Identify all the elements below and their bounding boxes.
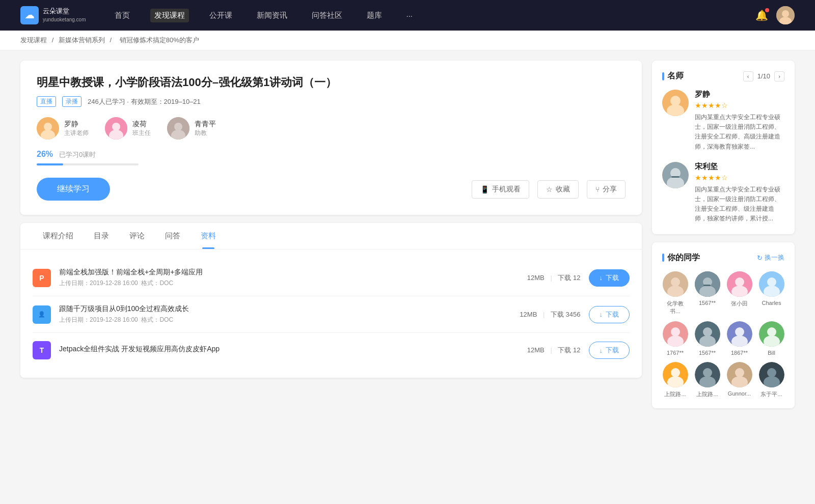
- svg-rect-18: [671, 176, 680, 178]
- progress-section: 26% 已学习0课时: [37, 150, 626, 165]
- download-button-1[interactable]: ↓ 下载: [589, 306, 630, 323]
- classmate-name-2: 张小田: [731, 300, 748, 307]
- mobile-watch-label: 手机观看: [492, 185, 521, 194]
- file-name-1: 跟随千万级项目从0到100全过程高效成长: [59, 304, 511, 314]
- logo[interactable]: ☁ 云朵课堂yunduoketang.com: [20, 6, 86, 24]
- nav-home[interactable]: 首页: [111, 9, 134, 22]
- refresh-button[interactable]: ↻ 换一换: [757, 253, 784, 262]
- page-info: 1/10: [757, 72, 770, 80]
- teacher-name-2: 青青平: [195, 120, 216, 129]
- classmate-1: 1567**: [694, 271, 720, 315]
- left-panel: 明星中教授课，小学阶段语法100分–强化级第1讲动词（一） 直播 录播 246人…: [20, 61, 642, 408]
- classmate-name-1: 1567**: [699, 300, 716, 306]
- collect-button[interactable]: ☆ 收藏: [537, 180, 579, 199]
- breadcrumb-discover[interactable]: 发现课程: [20, 36, 47, 44]
- teacher-name-1: 凌荷: [132, 120, 151, 129]
- nav-news[interactable]: 新闻资讯: [253, 9, 291, 22]
- tab-qa[interactable]: 问答: [155, 223, 191, 249]
- file-icon-1: 👤: [33, 305, 51, 324]
- nav-open[interactable]: 公开课: [205, 9, 236, 22]
- teacher-info-2: 青青平 助教: [195, 120, 216, 137]
- file-info-2: Jetpack全组件实战 开发短视频应用高仿皮皮虾App: [59, 345, 519, 356]
- sidebar-teacher-1: 宋利坚 ★★★★☆ 国内某重点大学安全工程专业硕士，国家一级注册消防工程师、注册…: [662, 162, 784, 224]
- page-prev-btn[interactable]: ‹: [743, 71, 753, 81]
- classmate-name-6: 1867**: [731, 350, 748, 356]
- download-button-0[interactable]: ↓ 下载: [589, 269, 630, 287]
- breadcrumb-current: 销冠修炼术搞定80%的客户: [120, 36, 199, 44]
- svg-point-33: [671, 327, 680, 337]
- file-meta-1: 上传日期：2019-12-28 16:00 格式：DOC: [59, 316, 511, 324]
- svg-rect-25: [703, 285, 711, 286]
- teacher-0: 罗静 主讲老师: [37, 117, 89, 139]
- continue-button[interactable]: 继续学习: [37, 178, 110, 201]
- share-button[interactable]: ⑂ 分享: [587, 180, 626, 199]
- classmate-name-5: 1567**: [699, 350, 716, 356]
- classmate-avatar-10: [727, 362, 752, 387]
- teacher-role-0: 主讲老师: [64, 129, 89, 137]
- classmate-name-3: Charles: [762, 300, 781, 306]
- classmate-avatar-6: [727, 321, 752, 347]
- nav-more[interactable]: ···: [402, 9, 417, 22]
- classmate-avatar-0: [663, 271, 688, 297]
- refresh-icon: ↻: [757, 254, 763, 262]
- sidebar-teacher-info-0: 罗静 ★★★★☆ 国内某重点大学安全工程专业硕士，国家一级注册消防工程师、注册安…: [695, 90, 784, 152]
- classmate-avatar-2: [727, 271, 752, 297]
- bell-dot: [765, 8, 769, 12]
- progress-sub: 已学习0课时: [59, 151, 96, 158]
- page-ctrl: ‹ 1/10 ›: [743, 71, 784, 81]
- sidebar-teacher-name-0: 罗静: [695, 90, 784, 99]
- mobile-watch-button[interactable]: 📱 手机观看: [472, 180, 529, 199]
- teachers-card: 名师 ‹ 1/10 › 罗静 ★★★★☆ 国内某重点大学安全工程专业硕士，国: [652, 61, 795, 234]
- user-avatar-nav[interactable]: [776, 6, 795, 24]
- classmate-7: Bill: [758, 321, 784, 356]
- sidebar-teacher-stars-0: ★★★★☆: [695, 101, 784, 109]
- collect-label: 收藏: [556, 185, 570, 194]
- svg-point-7: [112, 123, 120, 131]
- file-name-2: Jetpack全组件实战 开发短视频应用高仿皮皮虾App: [59, 345, 519, 354]
- nav-qa[interactable]: 问答社区: [308, 9, 346, 22]
- teacher-role-2: 助教: [195, 129, 216, 137]
- download-icon-0: ↓: [600, 274, 603, 282]
- file-stats-1: 12MB | 下载 3456: [520, 310, 580, 319]
- teacher-avatar-1: [105, 117, 127, 139]
- badge-record: 录播: [62, 96, 82, 107]
- progress-bar-fill: [37, 163, 63, 165]
- svg-point-30: [767, 277, 776, 287]
- sidebar-teacher-stars-1: ★★★★☆: [695, 174, 784, 182]
- file-info-0: 前端全栈加强版！前端全栈+全周期+多端应用 上传日期：2019-12-28 16…: [59, 268, 519, 288]
- share-icon: ⑂: [595, 185, 600, 193]
- classmate-avatar-3: [759, 271, 784, 297]
- nav-icons: 🔔: [755, 6, 795, 24]
- file-name-0: 前端全栈加强版！前端全栈+全周期+多端应用: [59, 268, 519, 277]
- classmate-9: 上院路...: [694, 362, 720, 398]
- navbar: ☁ 云朵课堂yunduoketang.com 首页 发现课程 公开课 新闻资讯 …: [0, 0, 815, 31]
- classmates-title: 你的同学: [662, 253, 700, 263]
- classmate-avatar-4: [663, 321, 688, 347]
- classmate-11: 东于平...: [758, 362, 784, 398]
- file-item-2: T Jetpack全组件实战 开发短视频应用高仿皮皮虾App 12MB | 下载…: [33, 333, 630, 368]
- file-stats-0: 12MB | 下载 12: [527, 273, 581, 283]
- course-meta-text: 246人已学习 · 有效期至：2019–10–21: [88, 97, 201, 106]
- classmate-10: Gunnor...: [726, 362, 752, 398]
- page-next-btn[interactable]: ›: [774, 71, 784, 81]
- nav-quiz[interactable]: 题库: [363, 9, 386, 22]
- tab-resources[interactable]: 资料: [191, 223, 226, 249]
- tab-catalog[interactable]: 目录: [84, 223, 119, 249]
- classmate-name-8: 上院路...: [664, 390, 686, 398]
- file-icon-2: T: [33, 341, 51, 359]
- classmate-avatar-7: [759, 321, 784, 347]
- classmate-6: 1867**: [726, 321, 752, 356]
- classmate-5: 1567**: [694, 321, 720, 356]
- nav-discover[interactable]: 发现课程: [150, 9, 189, 22]
- tab-comments[interactable]: 评论: [119, 223, 155, 249]
- tab-intro[interactable]: 课程介绍: [33, 223, 84, 249]
- breadcrumb-series[interactable]: 新媒体营销系列: [59, 36, 105, 44]
- classmate-avatar-11: [759, 362, 784, 387]
- download-button-2[interactable]: ↓ 下载: [589, 342, 630, 359]
- classmate-0: 化学教书...: [662, 271, 688, 315]
- breadcrumb: 发现课程 / 新媒体营销系列 / 销冠修炼术搞定80%的客户: [0, 31, 815, 50]
- classmate-name-10: Gunnor...: [728, 390, 751, 397]
- sidebar-teacher-avatar-0: [662, 90, 689, 116]
- bell-icon[interactable]: 🔔: [755, 9, 768, 21]
- classmate-4: 1767**: [662, 321, 688, 356]
